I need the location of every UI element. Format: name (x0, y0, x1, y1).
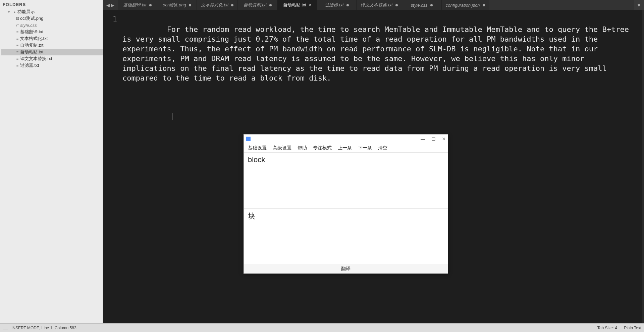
chevron-down-icon: ▾ (8, 10, 11, 14)
file-item[interactable]: ≡过滤器.txt (1, 62, 103, 69)
chevron-down-icon: ▾ (638, 2, 640, 8)
file-item-label: ocr测试.png (20, 15, 43, 21)
file-item[interactable]: ≡自动粘贴.txt (1, 49, 103, 55)
folder-root[interactable]: ▾ ▸ 功能展示 (1, 8, 103, 15)
target-text-pane[interactable]: 块 (244, 208, 448, 264)
status-syntax[interactable]: Plain Text (624, 326, 641, 330)
txt-file-icon: ≡ (15, 57, 20, 61)
file-item-label: 自动粘贴.txt (20, 49, 43, 55)
modified-dot-icon (430, 4, 433, 6)
panel-switch-icon[interactable] (3, 326, 8, 330)
minimize-button[interactable]: — (421, 136, 425, 142)
tab[interactable]: 自动粘贴.txt× (277, 0, 317, 10)
file-item-label: 自动复制.txt (20, 42, 43, 48)
file-item[interactable]: ≡文本格式化.txt (1, 35, 103, 42)
app-icon (246, 137, 251, 141)
txt-file-icon: ≡ (15, 63, 20, 67)
img-file-icon: 🖼 (15, 16, 20, 20)
translator-menu-item[interactable]: 清空 (378, 145, 387, 151)
folder-root-label: 功能展示 (17, 9, 35, 15)
css-file-icon: /* (15, 23, 20, 27)
text-cursor (172, 113, 172, 120)
status-cursor-position[interactable]: INSERT MODE, Line 1, Column 583 (11, 326, 76, 330)
editor-content: For the random read workload, the time t… (122, 25, 633, 82)
translator-window[interactable]: — ☐ ✕ 基础设置高级设置帮助专注模式上一条下一条清空 block 块 翻译 (244, 134, 448, 274)
tab[interactable]: configuration.json (442, 0, 489, 10)
modified-dot-icon (346, 4, 349, 6)
line-number: 1 (103, 15, 117, 23)
txt-file-icon: ≡ (15, 37, 20, 41)
file-item-label: 文本格式化.txt (20, 36, 48, 42)
folder-icon: ▸ (12, 10, 17, 14)
tab-label: 基础翻译.txt (123, 2, 146, 8)
status-tab-size[interactable]: Tab Size: 4 (597, 326, 617, 330)
modified-dot-icon (189, 4, 191, 6)
translator-titlebar[interactable]: — ☐ ✕ (244, 135, 448, 143)
minimap[interactable] (642, 10, 644, 323)
tab[interactable]: ocr测试.png (157, 0, 197, 10)
translator-menu-item[interactable]: 基础设置 (248, 145, 267, 151)
tab-label: 译文文本替换.txt (361, 2, 392, 8)
tab-overflow-button[interactable]: ▾ (634, 0, 644, 10)
file-item-label: style.css (20, 23, 37, 28)
translator-menu: 基础设置高级设置帮助专注模式上一条下一条清空 (244, 143, 448, 153)
file-item[interactable]: /*style.css (1, 22, 103, 29)
tab[interactable]: 译文文本替换.txt (357, 0, 402, 10)
tab-label: configuration.json (446, 3, 480, 8)
modified-dot-icon (231, 4, 233, 6)
modified-dot-icon (483, 4, 485, 6)
translator-menu-item[interactable]: 高级设置 (273, 145, 291, 151)
nav-back-icon[interactable]: ◀ (106, 3, 110, 8)
tab-label: 文本格式化.txt (201, 2, 228, 8)
file-item[interactable]: ≡基础翻译.txt (1, 29, 103, 35)
translator-footer-button[interactable]: 翻译 (244, 264, 448, 273)
modified-dot-icon (149, 4, 152, 6)
tab-nav-arrows[interactable]: ◀ ▶ (103, 0, 118, 10)
maximize-button[interactable]: ☐ (431, 136, 436, 142)
translator-menu-item[interactable]: 上一条 (338, 145, 352, 151)
modified-dot-icon (395, 4, 398, 6)
txt-file-icon: ≡ (15, 43, 20, 47)
tab[interactable]: 过滤器.txt (317, 0, 357, 10)
txt-file-icon: ≡ (15, 30, 20, 34)
tab-label: 过滤器.txt (325, 2, 343, 8)
tab-label: 自动粘贴.txt (283, 2, 306, 8)
tab[interactable]: 自动复制.txt (238, 0, 277, 10)
tab-label: style.css (411, 3, 428, 8)
tab-label: 自动复制.txt (244, 2, 267, 8)
sidebar: FOLDERS ▾ ▸ 功能展示 🖼ocr测试.png/*style.css≡基… (0, 0, 103, 323)
tab[interactable]: style.css (402, 0, 442, 10)
file-item-label: 过滤器.txt (20, 62, 39, 68)
source-text-pane[interactable]: block (244, 153, 448, 208)
folder-tree: ▾ ▸ 功能展示 🖼ocr测试.png/*style.css≡基础翻译.txt≡… (0, 8, 103, 69)
sidebar-header: FOLDERS (0, 0, 103, 8)
close-button[interactable]: ✕ (442, 136, 446, 142)
tab-close-icon[interactable]: × (309, 3, 311, 7)
statusbar: INSERT MODE, Line 1, Column 583 Tab Size… (0, 323, 644, 332)
file-item-label: 基础翻译.txt (20, 29, 43, 35)
txt-file-icon: ≡ (15, 50, 20, 54)
file-item[interactable]: ≡译文文本替换.txt (1, 55, 103, 62)
editor[interactable]: 1 For the random read workload, the time… (103, 10, 644, 323)
nav-forward-icon[interactable]: ▶ (111, 3, 114, 8)
tabstrip: ◀ ▶ 基础翻译.txtocr测试.png文本格式化.txt自动复制.txt自动… (103, 0, 644, 10)
modified-dot-icon (269, 4, 272, 6)
translator-menu-item[interactable]: 专注模式 (313, 145, 332, 151)
tab[interactable]: 基础翻译.txt (118, 0, 157, 10)
file-item[interactable]: ≡自动复制.txt (1, 42, 103, 49)
gutter: 1 (103, 10, 120, 323)
translator-menu-item[interactable]: 帮助 (298, 145, 307, 151)
tab-label: ocr测试.png (163, 2, 186, 8)
file-item-label: 译文文本替换.txt (20, 56, 52, 62)
translator-menu-item[interactable]: 下一条 (358, 145, 372, 151)
tab[interactable]: 文本格式化.txt (197, 0, 238, 10)
file-item[interactable]: 🖼ocr测试.png (1, 15, 103, 22)
